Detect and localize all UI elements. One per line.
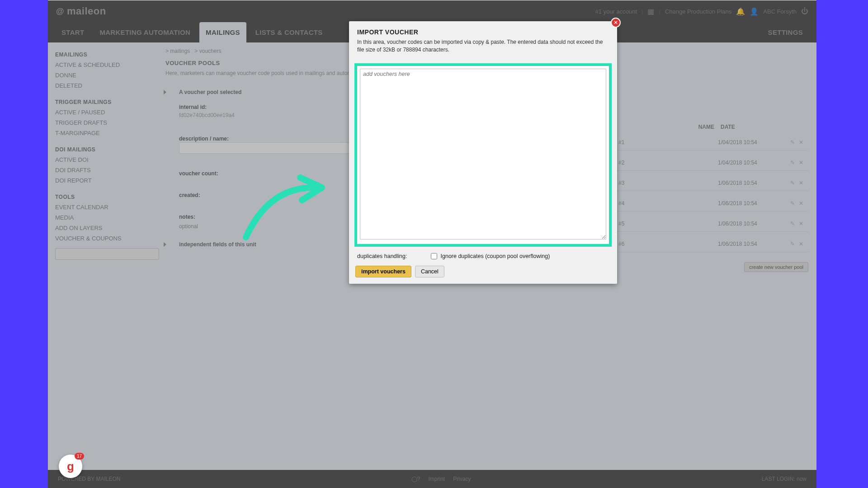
import-button[interactable]: import vouchers bbox=[355, 266, 411, 277]
side-link-calendar[interactable]: EVENT CALENDAR bbox=[55, 204, 154, 211]
cancel-button[interactable]: Cancel bbox=[415, 266, 444, 277]
col-date[interactable]: DATE bbox=[721, 124, 788, 130]
topbar: @ maileon #1 your account | ▦ | Change P… bbox=[48, 0, 816, 22]
support-widget[interactable]: g 17 bbox=[59, 455, 82, 478]
side-head-tools: TOOLS bbox=[55, 194, 154, 200]
lbl-name: description / name: bbox=[179, 136, 229, 142]
separator: | bbox=[659, 8, 660, 15]
separator: | bbox=[642, 8, 643, 15]
footer-help-icon[interactable]: ◯? bbox=[411, 476, 420, 482]
col-name[interactable]: NAME bbox=[698, 124, 714, 130]
side-link-vouchers[interactable]: VOUCHER & COUPONS bbox=[55, 235, 154, 242]
duplicates-option[interactable]: Ignore duplicates (coupon pool overflowi… bbox=[431, 253, 550, 259]
side-head-trigger: TRIGGER MAILINGS bbox=[55, 99, 154, 105]
duplicates-label: duplicates handling: bbox=[357, 253, 407, 259]
side-link-tactive[interactable]: ACTIVE / PAUSED bbox=[55, 109, 154, 116]
footer-privacy[interactable]: Privacy bbox=[453, 476, 471, 482]
nav-automation[interactable]: MARKETING AUTOMATION bbox=[93, 22, 197, 42]
side-link-addons[interactable]: ADD ON LAYERS bbox=[55, 225, 154, 231]
account-number: #1 your account bbox=[595, 8, 637, 15]
indep-title: independent fields of this unit bbox=[179, 241, 256, 248]
lbl-notes: notes: bbox=[179, 214, 195, 220]
footer-right: LAST LOGIN: now bbox=[762, 476, 807, 482]
side-head-doi: DOI MAILINGS bbox=[55, 146, 154, 153]
user-icon[interactable]: 👤 bbox=[750, 7, 759, 16]
side-link-ddrafts[interactable]: DOI DRAFTS bbox=[55, 167, 154, 174]
nav-lists[interactable]: LISTS & CONTACTS bbox=[249, 22, 329, 42]
calendar-icon[interactable]: ▦ bbox=[647, 7, 654, 16]
sidebar: EMAILINGS ACTIVE & SCHEDULED DONNE DELET… bbox=[48, 42, 161, 269]
expand-icon[interactable] bbox=[164, 242, 168, 247]
lbl-id: internal id: bbox=[179, 104, 207, 110]
side-head-emailings: EMAILINGS bbox=[55, 52, 154, 58]
expand-icon[interactable] bbox=[164, 90, 168, 94]
logout-icon[interactable]: ⏻ bbox=[801, 7, 808, 15]
side-link-deleted[interactable]: DELETED bbox=[55, 82, 154, 89]
textarea-highlight-frame bbox=[354, 63, 612, 247]
side-link-tdrafts[interactable]: TRIGGER DRAFTS bbox=[55, 119, 154, 126]
account-select[interactable] bbox=[55, 248, 159, 260]
footer-bar: POWERED BY MAILEON ◯? Imprint Privacy LA… bbox=[48, 470, 816, 488]
brand-icon: @ bbox=[56, 7, 64, 16]
duplicates-checkbox[interactable] bbox=[431, 253, 437, 259]
side-link-dactive[interactable]: ACTIVE DOI bbox=[55, 156, 154, 163]
side-link-dreport[interactable]: DOI REPORT bbox=[55, 177, 154, 184]
dialog-description: In this area, voucher codes can be impor… bbox=[357, 38, 609, 54]
brand-logo: @ maileon bbox=[56, 5, 106, 17]
widget-badge: 17 bbox=[75, 453, 84, 460]
brand-name: maileon bbox=[67, 5, 106, 17]
dialog-title: IMPORT VOUCHER bbox=[357, 28, 609, 36]
close-icon[interactable]: ✕ bbox=[611, 18, 621, 28]
plan-link[interactable]: Change Production Plans bbox=[665, 8, 731, 15]
bell-icon[interactable]: 🔔 bbox=[736, 7, 745, 16]
side-link-tmargin[interactable]: T-MARGINPAGE bbox=[55, 130, 154, 136]
nav-mailings[interactable]: MAILINGS bbox=[199, 22, 246, 42]
widget-logo-icon: g bbox=[67, 460, 74, 474]
voucher-textarea[interactable] bbox=[360, 69, 606, 239]
profile-name[interactable]: ABC Forsyth bbox=[763, 8, 797, 15]
footer-imprint[interactable]: Imprint bbox=[428, 476, 445, 482]
lbl-created: created: bbox=[179, 192, 200, 198]
create-button[interactable]: create new voucher pool bbox=[744, 262, 808, 272]
nav-start[interactable]: START bbox=[55, 22, 90, 42]
nav-settings[interactable]: SETTINGS bbox=[762, 22, 809, 42]
side-link-done[interactable]: DONNE bbox=[55, 72, 154, 79]
side-link-media[interactable]: MEDIA bbox=[55, 214, 154, 221]
side-link-active[interactable]: ACTIVE & SCHEDULED bbox=[55, 61, 154, 68]
import-voucher-dialog: ✕ IMPORT VOUCHER In this area, voucher c… bbox=[349, 21, 617, 284]
lbl-count: voucher count: bbox=[179, 170, 218, 177]
val-id: fd02e740bcd00ee19a4 bbox=[179, 112, 235, 118]
